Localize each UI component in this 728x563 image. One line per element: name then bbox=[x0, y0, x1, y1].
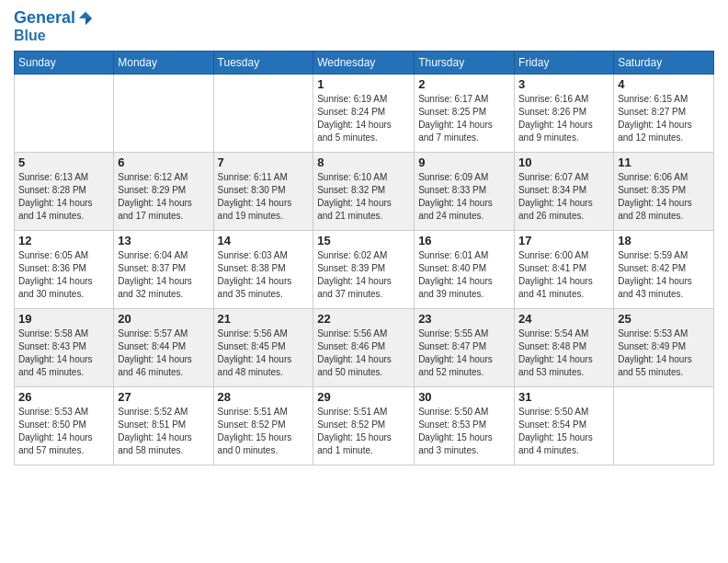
day-info: Sunrise: 6:11 AM Sunset: 8:30 PM Dayligh… bbox=[218, 171, 310, 223]
calendar-cell: 18Sunrise: 5:59 AM Sunset: 8:42 PM Dayli… bbox=[614, 231, 714, 309]
calendar-cell: 10Sunrise: 6:07 AM Sunset: 8:34 PM Dayli… bbox=[515, 153, 614, 231]
day-info: Sunrise: 6:19 AM Sunset: 8:24 PM Dayligh… bbox=[317, 93, 410, 144]
day-number: 30 bbox=[418, 390, 510, 404]
day-info: Sunrise: 6:02 AM Sunset: 8:39 PM Dayligh… bbox=[317, 249, 410, 301]
day-number: 27 bbox=[118, 390, 209, 404]
day-info: Sunrise: 6:09 AM Sunset: 8:33 PM Dayligh… bbox=[418, 171, 510, 223]
day-number: 11 bbox=[618, 155, 710, 169]
day-number: 10 bbox=[518, 155, 609, 169]
day-number: 17 bbox=[518, 234, 609, 247]
day-info: Sunrise: 5:51 AM Sunset: 8:52 PM Dayligh… bbox=[317, 406, 410, 457]
day-info: Sunrise: 6:15 AM Sunset: 8:27 PM Dayligh… bbox=[618, 93, 710, 144]
day-info: Sunrise: 6:10 AM Sunset: 8:32 PM Dayligh… bbox=[317, 171, 410, 223]
calendar-cell: 1Sunrise: 6:19 AM Sunset: 8:24 PM Daylig… bbox=[313, 75, 415, 153]
week-row-4: 19Sunrise: 5:58 AM Sunset: 8:43 PM Dayli… bbox=[15, 309, 714, 387]
calendar-cell: 24Sunrise: 5:54 AM Sunset: 8:48 PM Dayli… bbox=[515, 309, 614, 387]
calendar-cell: 8Sunrise: 6:10 AM Sunset: 8:32 PM Daylig… bbox=[313, 153, 415, 231]
calendar-cell: 20Sunrise: 5:57 AM Sunset: 8:44 PM Dayli… bbox=[114, 309, 213, 387]
day-number: 19 bbox=[18, 312, 109, 326]
day-number: 26 bbox=[18, 390, 109, 404]
day-number: 1 bbox=[317, 77, 410, 91]
calendar-cell: 25Sunrise: 5:53 AM Sunset: 8:49 PM Dayli… bbox=[614, 309, 714, 387]
calendar-cell: 22Sunrise: 5:56 AM Sunset: 8:46 PM Dayli… bbox=[313, 309, 415, 387]
day-info: Sunrise: 5:56 AM Sunset: 8:45 PM Dayligh… bbox=[218, 327, 310, 379]
weekday-header-friday: Friday bbox=[515, 52, 614, 75]
day-info: Sunrise: 6:01 AM Sunset: 8:40 PM Dayligh… bbox=[418, 249, 510, 301]
calendar-cell: 16Sunrise: 6:01 AM Sunset: 8:40 PM Dayli… bbox=[415, 231, 515, 309]
day-info: Sunrise: 5:53 AM Sunset: 8:49 PM Dayligh… bbox=[618, 327, 710, 379]
day-number: 20 bbox=[118, 312, 209, 326]
calendar-cell bbox=[213, 75, 313, 153]
calendar-cell: 7Sunrise: 6:11 AM Sunset: 8:30 PM Daylig… bbox=[213, 153, 313, 231]
calendar-cell: 26Sunrise: 5:53 AM Sunset: 8:50 PM Dayli… bbox=[15, 387, 114, 465]
calendar-cell: 2Sunrise: 6:17 AM Sunset: 8:25 PM Daylig… bbox=[415, 75, 515, 153]
day-number: 12 bbox=[18, 234, 109, 247]
day-number: 9 bbox=[418, 155, 510, 169]
day-number: 24 bbox=[518, 312, 609, 326]
day-info: Sunrise: 6:16 AM Sunset: 8:26 PM Dayligh… bbox=[518, 93, 609, 144]
day-info: Sunrise: 6:12 AM Sunset: 8:29 PM Dayligh… bbox=[118, 171, 209, 223]
weekday-header-thursday: Thursday bbox=[415, 52, 515, 75]
day-info: Sunrise: 5:50 AM Sunset: 8:53 PM Dayligh… bbox=[418, 406, 510, 457]
day-number: 13 bbox=[118, 234, 209, 247]
day-number: 2 bbox=[418, 77, 510, 91]
calendar-cell: 21Sunrise: 5:56 AM Sunset: 8:45 PM Dayli… bbox=[213, 309, 313, 387]
day-number: 7 bbox=[218, 155, 310, 169]
calendar-cell bbox=[614, 387, 714, 465]
calendar-cell: 31Sunrise: 5:50 AM Sunset: 8:54 PM Dayli… bbox=[515, 387, 614, 465]
day-info: Sunrise: 5:57 AM Sunset: 8:44 PM Dayligh… bbox=[118, 327, 209, 379]
page: General Blue SundayMondayTuesdayWednesda… bbox=[0, 0, 728, 563]
day-info: Sunrise: 5:52 AM Sunset: 8:51 PM Dayligh… bbox=[118, 406, 209, 457]
svg-marker-1 bbox=[85, 18, 92, 25]
logo-text: General bbox=[14, 9, 75, 28]
day-info: Sunrise: 5:54 AM Sunset: 8:48 PM Dayligh… bbox=[518, 327, 609, 379]
calendar-cell: 3Sunrise: 6:16 AM Sunset: 8:26 PM Daylig… bbox=[515, 75, 614, 153]
calendar-cell: 19Sunrise: 5:58 AM Sunset: 8:43 PM Dayli… bbox=[15, 309, 114, 387]
calendar-cell: 30Sunrise: 5:50 AM Sunset: 8:53 PM Dayli… bbox=[415, 387, 515, 465]
header: General Blue bbox=[14, 9, 714, 43]
calendar-cell: 9Sunrise: 6:09 AM Sunset: 8:33 PM Daylig… bbox=[415, 153, 515, 231]
calendar-cell: 12Sunrise: 6:05 AM Sunset: 8:36 PM Dayli… bbox=[15, 231, 114, 309]
calendar-cell: 4Sunrise: 6:15 AM Sunset: 8:27 PM Daylig… bbox=[614, 75, 714, 153]
week-row-5: 26Sunrise: 5:53 AM Sunset: 8:50 PM Dayli… bbox=[15, 387, 714, 465]
weekday-header-row: SundayMondayTuesdayWednesdayThursdayFrid… bbox=[15, 52, 714, 75]
week-row-3: 12Sunrise: 6:05 AM Sunset: 8:36 PM Dayli… bbox=[15, 231, 714, 309]
day-info: Sunrise: 6:07 AM Sunset: 8:34 PM Dayligh… bbox=[518, 171, 609, 223]
calendar-cell bbox=[15, 75, 114, 153]
day-number: 5 bbox=[18, 155, 109, 169]
day-number: 4 bbox=[618, 77, 710, 91]
day-number: 16 bbox=[418, 234, 510, 247]
calendar-cell: 15Sunrise: 6:02 AM Sunset: 8:39 PM Dayli… bbox=[313, 231, 415, 309]
day-info: Sunrise: 5:59 AM Sunset: 8:42 PM Dayligh… bbox=[618, 249, 710, 301]
calendar-cell: 23Sunrise: 5:55 AM Sunset: 8:47 PM Dayli… bbox=[415, 309, 515, 387]
day-info: Sunrise: 5:50 AM Sunset: 8:54 PM Dayligh… bbox=[518, 406, 609, 457]
day-info: Sunrise: 5:56 AM Sunset: 8:46 PM Dayligh… bbox=[317, 327, 410, 379]
day-info: Sunrise: 6:05 AM Sunset: 8:36 PM Dayligh… bbox=[18, 249, 109, 301]
calendar-cell: 14Sunrise: 6:03 AM Sunset: 8:38 PM Dayli… bbox=[213, 231, 313, 309]
day-info: Sunrise: 6:13 AM Sunset: 8:28 PM Dayligh… bbox=[18, 171, 109, 223]
weekday-header-saturday: Saturday bbox=[614, 52, 714, 75]
logo-icon bbox=[77, 10, 94, 27]
week-row-1: 1Sunrise: 6:19 AM Sunset: 8:24 PM Daylig… bbox=[15, 75, 714, 153]
calendar-cell: 28Sunrise: 5:51 AM Sunset: 8:52 PM Dayli… bbox=[213, 387, 313, 465]
day-number: 31 bbox=[518, 390, 609, 404]
weekday-header-monday: Monday bbox=[114, 52, 213, 75]
day-number: 6 bbox=[118, 155, 209, 169]
calendar-cell: 5Sunrise: 6:13 AM Sunset: 8:28 PM Daylig… bbox=[15, 153, 114, 231]
day-info: Sunrise: 6:00 AM Sunset: 8:41 PM Dayligh… bbox=[518, 249, 609, 301]
day-info: Sunrise: 6:17 AM Sunset: 8:25 PM Dayligh… bbox=[418, 93, 510, 144]
day-number: 3 bbox=[518, 77, 609, 91]
calendar-cell: 13Sunrise: 6:04 AM Sunset: 8:37 PM Dayli… bbox=[114, 231, 213, 309]
day-number: 22 bbox=[317, 312, 410, 326]
calendar-cell bbox=[114, 75, 213, 153]
day-number: 15 bbox=[317, 234, 410, 247]
calendar: SundayMondayTuesdayWednesdayThursdayFrid… bbox=[14, 51, 714, 465]
day-info: Sunrise: 6:06 AM Sunset: 8:35 PM Dayligh… bbox=[618, 171, 710, 223]
weekday-header-sunday: Sunday bbox=[15, 52, 114, 75]
svg-marker-0 bbox=[79, 12, 92, 18]
day-info: Sunrise: 5:55 AM Sunset: 8:47 PM Dayligh… bbox=[418, 327, 510, 379]
day-info: Sunrise: 6:03 AM Sunset: 8:38 PM Dayligh… bbox=[218, 249, 310, 301]
day-number: 21 bbox=[218, 312, 310, 326]
day-number: 23 bbox=[418, 312, 510, 326]
calendar-cell: 6Sunrise: 6:12 AM Sunset: 8:29 PM Daylig… bbox=[114, 153, 213, 231]
